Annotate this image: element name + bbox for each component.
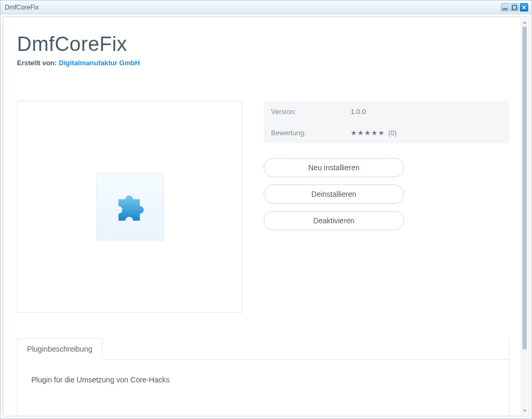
star-icon: ★ bbox=[378, 129, 385, 137]
meta-table: Version: 1.0.0 Bewertung: ★ ★ ★ ★ ★ bbox=[264, 101, 509, 143]
scroll-down-button[interactable] bbox=[521, 406, 528, 415]
titlebar[interactable]: DmfCoreFix bbox=[1, 1, 531, 14]
description-tabs: Pluginbeschreibung bbox=[17, 338, 509, 360]
window-buttons bbox=[501, 3, 528, 12]
creator-line: Erstellt von: Digitalmanufaktur GmbH bbox=[17, 59, 509, 67]
deactivate-button[interactable]: Deaktivieren bbox=[264, 211, 404, 230]
plugin-thumbnail-box bbox=[17, 101, 242, 313]
app-window: DmfCoreFix DmfCoreFix Erstellt von: Digi… bbox=[0, 0, 532, 419]
scrollbar-thumb[interactable] bbox=[522, 27, 527, 350]
star-icon: ★ bbox=[364, 129, 371, 137]
uninstall-button[interactable]: Deinstallieren bbox=[264, 185, 404, 204]
creator-link[interactable]: Digitalmanufaktur GmbH bbox=[59, 59, 140, 67]
tab-plugin-description[interactable]: Pluginbeschreibung bbox=[17, 338, 102, 360]
description-panel: Plugin für die Umsetzung von Core-Hacks bbox=[17, 360, 509, 416]
close-button[interactable] bbox=[520, 3, 528, 12]
meta-row-version: Version: 1.0.0 bbox=[264, 101, 509, 122]
version-label: Version: bbox=[271, 108, 351, 116]
svg-rect-1 bbox=[512, 5, 517, 10]
content-scroll[interactable]: DmfCoreFix Erstellt von: Digitalmanufakt… bbox=[3, 17, 520, 416]
scroll-up-button[interactable] bbox=[521, 18, 528, 27]
window-title: DmfCoreFix bbox=[5, 4, 501, 11]
rating-label: Bewertung: bbox=[271, 129, 351, 137]
creator-label: Erstellt von: bbox=[17, 59, 57, 67]
svg-rect-0 bbox=[503, 8, 507, 10]
version-value: 1.0.0 bbox=[351, 108, 366, 116]
plugin-thumbnail bbox=[96, 173, 164, 241]
puzzle-piece-icon bbox=[111, 188, 149, 226]
rating-count: (0) bbox=[388, 129, 397, 137]
rating-stars: ★ ★ ★ ★ ★ (0) bbox=[351, 129, 397, 137]
star-icon: ★ bbox=[351, 129, 357, 137]
window-body: DmfCoreFix Erstellt von: Digitalmanufakt… bbox=[3, 16, 529, 416]
maximize-button[interactable] bbox=[510, 3, 519, 12]
scrollbar-track[interactable] bbox=[521, 27, 528, 406]
description-text: Plugin für die Umsetzung von Core-Hacks bbox=[31, 376, 495, 384]
meta-and-actions: Version: 1.0.0 Bewertung: ★ ★ ★ ★ ★ bbox=[264, 101, 509, 313]
vertical-scrollbar[interactable] bbox=[521, 18, 528, 415]
main-columns: Version: 1.0.0 Bewertung: ★ ★ ★ ★ ★ bbox=[17, 101, 509, 313]
page-title: DmfCoreFix bbox=[17, 33, 509, 56]
action-buttons: Neu installieren Deinstallieren Deaktivi… bbox=[264, 158, 404, 230]
minimize-button[interactable] bbox=[501, 3, 509, 12]
star-icon: ★ bbox=[371, 129, 378, 137]
reinstall-button[interactable]: Neu installieren bbox=[264, 158, 404, 177]
meta-row-rating: Bewertung: ★ ★ ★ ★ ★ (0) bbox=[264, 122, 509, 143]
star-icon: ★ bbox=[357, 129, 364, 137]
